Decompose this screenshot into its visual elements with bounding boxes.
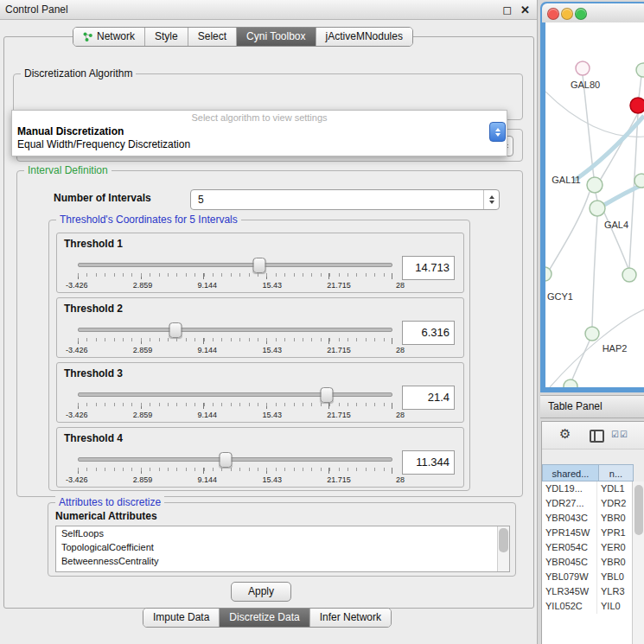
close-button[interactable]: ✕ bbox=[520, 4, 530, 16]
network-node[interactable] bbox=[590, 201, 605, 216]
scale-label: 21.715 bbox=[327, 411, 351, 419]
scale-label: 15.43 bbox=[262, 411, 282, 419]
column-header-shared-name[interactable]: shared... bbox=[542, 464, 599, 481]
tab-cyni-toolbox[interactable]: Cyni Toolbox bbox=[236, 28, 315, 46]
slider-track[interactable] bbox=[78, 263, 392, 267]
threshold-panel-2: Threshold 2 -3.4262.8599.14415.4321.7152… bbox=[56, 297, 464, 358]
network-node[interactable] bbox=[564, 379, 577, 387]
network-canvas[interactable]: GAL80GAL11GAL4GCY1HAP2 bbox=[545, 22, 644, 387]
interval-definition-group: Interval Definition Number of Intervals … bbox=[16, 170, 523, 497]
network-edge[interactable] bbox=[574, 116, 644, 181]
traffic-light-minimize-button[interactable] bbox=[561, 8, 573, 20]
tab-select[interactable]: Select bbox=[188, 28, 236, 46]
network-node[interactable] bbox=[630, 98, 644, 113]
control-panel-window: Control Panel ◻ ✕ Network Style Select C… bbox=[0, 0, 538, 644]
threshold-slider[interactable] bbox=[78, 452, 392, 466]
tab-infer-network[interactable]: Infer Network bbox=[309, 609, 391, 627]
table-cell: YBL079W bbox=[542, 570, 597, 584]
tab-style[interactable]: Style bbox=[144, 28, 188, 46]
threshold-value-field[interactable]: 6.316 bbox=[402, 321, 455, 345]
slider-thumb[interactable] bbox=[169, 322, 182, 338]
scale-label: -3.426 bbox=[66, 475, 88, 484]
dropdown-option-equal-width-frequency[interactable]: Equal Width/Frequency Discretization bbox=[17, 138, 190, 150]
list-scrollbar[interactable] bbox=[497, 526, 509, 571]
node-label: GAL80 bbox=[571, 80, 600, 90]
combobox-stepper-button[interactable] bbox=[489, 122, 506, 142]
gear-icon[interactable]: ⚙ bbox=[559, 427, 571, 440]
tab-jactivemnodules[interactable]: jActiveMNodules bbox=[316, 28, 412, 46]
scale-label: -3.426 bbox=[66, 411, 88, 419]
table-row[interactable]: YIL052CYIL0 bbox=[542, 599, 633, 614]
slider-track[interactable] bbox=[78, 392, 392, 397]
page-title: Control Panel bbox=[5, 0, 68, 19]
traffic-light-close-button[interactable] bbox=[547, 8, 559, 20]
threshold-value-field[interactable]: 11.344 bbox=[402, 450, 455, 475]
table-row[interactable]: YBR043CYBR0 bbox=[542, 511, 633, 526]
slider-track[interactable] bbox=[78, 328, 392, 332]
tab-discretize-data[interactable]: Discretize Data bbox=[219, 609, 309, 627]
traffic-light-zoom-button[interactable] bbox=[575, 8, 587, 20]
table-row[interactable]: YDR27...YDR2 bbox=[542, 496, 633, 511]
table-scrollbar[interactable] bbox=[632, 481, 644, 644]
scale-label: 28 bbox=[396, 281, 405, 290]
arrow-down-icon bbox=[495, 133, 501, 137]
apply-button[interactable]: Apply bbox=[231, 582, 291, 602]
threshold-value-field[interactable]: 21.4 bbox=[402, 386, 455, 410]
network-node[interactable] bbox=[585, 327, 599, 341]
table-row[interactable]: YLR345WYLR3 bbox=[542, 584, 633, 599]
network-edge[interactable] bbox=[592, 216, 597, 327]
tab-network[interactable]: Network bbox=[73, 28, 144, 46]
threshold-slider[interactable] bbox=[78, 387, 392, 401]
slider-track[interactable] bbox=[78, 457, 392, 462]
table-row[interactable]: YPR145WYPR1 bbox=[542, 526, 633, 540]
list-item[interactable]: TopologicalCoefficient bbox=[56, 540, 509, 554]
table-row[interactable]: YER054CYER0 bbox=[542, 540, 633, 555]
column-header-name[interactable]: n... bbox=[599, 464, 634, 481]
network-edge[interactable] bbox=[572, 341, 590, 379]
network-edge[interactable] bbox=[601, 113, 638, 179]
float-window-button[interactable]: ◻ bbox=[502, 4, 512, 16]
combobox-stepper[interactable] bbox=[483, 190, 499, 209]
network-node[interactable] bbox=[622, 268, 636, 282]
tab-impute-data[interactable]: Impute Data bbox=[143, 609, 219, 627]
table-row[interactable]: YBR045CYBR0 bbox=[542, 555, 633, 570]
slider-scale: -3.4262.8599.14415.4321.71528 bbox=[66, 411, 405, 419]
slider-minor-ticks bbox=[78, 403, 392, 406]
top-tabbar: Network Style Select Cyni Toolbox jActiv… bbox=[73, 27, 413, 47]
network-edge[interactable] bbox=[639, 76, 641, 98]
list-item[interactable]: SelfLoops bbox=[56, 526, 509, 540]
threshold-slider[interactable] bbox=[78, 322, 392, 336]
threshold-panel-4: Threshold 4 -3.4262.8599.14415.4321.7152… bbox=[56, 427, 464, 488]
arrow-up-icon bbox=[489, 195, 494, 199]
attributes-list-items: SelfLoopsTopologicalCoefficientBetweenne… bbox=[56, 526, 509, 568]
number-of-intervals-combobox[interactable]: 5 bbox=[190, 189, 500, 210]
network-edge[interactable] bbox=[549, 192, 590, 271]
network-node[interactable] bbox=[576, 61, 590, 75]
slider-thumb[interactable] bbox=[253, 258, 266, 273]
arrow-down-icon bbox=[489, 201, 494, 204]
table-cell: YIL0 bbox=[597, 599, 633, 614]
checkbox-icons[interactable]: ☑☑ bbox=[611, 430, 628, 439]
network-edge[interactable] bbox=[550, 309, 644, 387]
network-node[interactable] bbox=[636, 63, 644, 77]
columns-icon[interactable] bbox=[590, 430, 604, 443]
table-row[interactable]: YDL19...YDL1 bbox=[542, 481, 633, 496]
table-cell: YLR345W bbox=[542, 584, 597, 599]
network-edge[interactable] bbox=[596, 193, 597, 201]
dropdown-option-manual-discretization[interactable]: Manual Discretization bbox=[17, 125, 124, 137]
network-node[interactable] bbox=[545, 267, 552, 281]
table-panel-header: Table Panel bbox=[540, 395, 644, 418]
thresholds-group-label: Threshold's Coordinates for 5 Intervals bbox=[56, 214, 241, 226]
slider-thumb[interactable] bbox=[220, 452, 233, 468]
threshold-value-field[interactable]: 14.713 bbox=[402, 256, 455, 280]
network-node[interactable] bbox=[634, 174, 644, 188]
slider-thumb[interactable] bbox=[320, 387, 333, 403]
algorithm-dropdown-popup: Select algorithm to view settings Manual… bbox=[11, 110, 507, 156]
table-row[interactable]: YBL079WYBL0 bbox=[542, 570, 633, 584]
table-scrollbar-thumb[interactable] bbox=[634, 485, 643, 535]
network-node[interactable] bbox=[587, 177, 603, 193]
list-item[interactable]: BetweennessCentrality bbox=[56, 554, 509, 568]
list-scrollbar-thumb[interactable] bbox=[499, 528, 508, 552]
threshold-slider[interactable] bbox=[78, 258, 392, 271]
scale-label: 9.144 bbox=[198, 281, 218, 290]
